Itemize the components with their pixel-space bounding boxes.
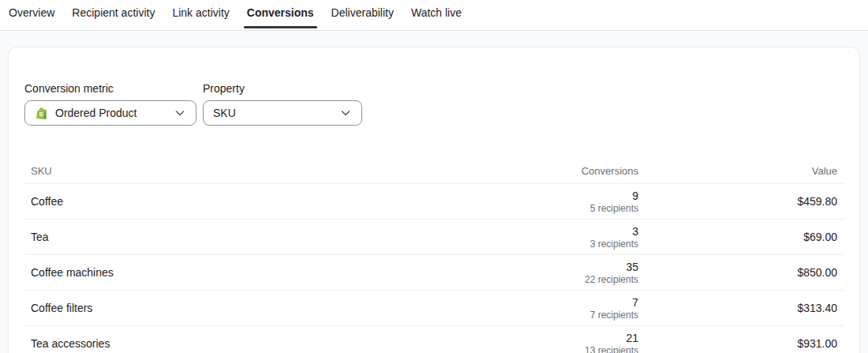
recipients-count: 13 recipients — [533, 345, 638, 353]
property-label: Property — [203, 83, 362, 95]
value-cell: $850.00 — [645, 255, 844, 291]
recipients-count: 22 recipients — [533, 274, 638, 285]
conversions-card: Conversion metric S Ordered Product — [8, 47, 860, 353]
conversions-count: 7 — [533, 296, 638, 309]
content-area: Conversion metric S Ordered Product — [0, 31, 868, 353]
tab-recipient-activity[interactable]: Recipient activity — [71, 0, 155, 30]
table-row: Coffee 9 5 recipients $459.80 — [24, 184, 844, 220]
recipients-count: 5 recipients — [533, 203, 638, 214]
conversion-metric-label: Conversion metric — [24, 83, 196, 95]
conversion-metric-select[interactable]: S Ordered Product — [24, 100, 196, 126]
conversion-metric-filter: Conversion metric S Ordered Product — [24, 83, 196, 126]
sku-cell: Coffee filters — [24, 291, 526, 326]
recipients-count: 3 recipients — [533, 238, 638, 250]
tab-watch-live[interactable]: Watch live — [410, 0, 462, 30]
conversions-table: SKU Conversions Value Coffee 9 5 recipie… — [24, 157, 844, 353]
chevron-down-icon — [174, 107, 186, 119]
conversions-count: 3 — [533, 225, 638, 238]
conversions-count: 9 — [533, 190, 638, 202]
tab-link-activity[interactable]: Link activity — [171, 0, 230, 30]
value-cell: $931.00 — [645, 326, 844, 353]
value-cell: $313.40 — [645, 291, 844, 326]
tab-label: Overview — [9, 6, 54, 19]
tab-label: Recipient activity — [72, 6, 155, 19]
column-header-sku: SKU — [24, 157, 526, 184]
conversions-cell: 9 5 recipients — [526, 184, 645, 220]
svg-text:S: S — [39, 110, 43, 117]
column-header-conversions: Conversions — [526, 157, 645, 184]
property-filter: Property SKU — [203, 83, 362, 126]
table-row: Coffee filters 7 7 recipients $313.40 — [24, 291, 844, 326]
conversions-count: 21 — [533, 332, 638, 344]
conversion-metric-value: Ordered Product — [55, 107, 166, 119]
column-header-value: Value — [645, 157, 844, 184]
chevron-down-icon — [339, 107, 352, 119]
table-header-row: SKU Conversions Value — [24, 157, 844, 184]
conversions-cell: 21 13 recipients — [526, 326, 645, 353]
conversions-cell: 35 22 recipients — [526, 255, 645, 291]
value-cell: $459.80 — [645, 184, 844, 220]
sku-cell: Coffee machines — [24, 255, 526, 291]
conversions-cell: 3 3 recipients — [526, 220, 645, 255]
table-row: Tea 3 3 recipients $69.00 — [24, 220, 844, 255]
sku-cell: Tea — [24, 220, 526, 255]
tab-label: Deliverability — [331, 6, 394, 19]
value-cell: $69.00 — [645, 220, 844, 255]
table-row: Coffee machines 35 22 recipients $850.00 — [24, 255, 844, 291]
tab-label: Conversions — [247, 6, 314, 19]
filters-row: Conversion metric S Ordered Product — [9, 83, 859, 126]
tab-bar: Overview Recipient activity Link activit… — [0, 0, 868, 31]
tab-deliverability[interactable]: Deliverability — [331, 0, 395, 30]
recipients-count: 7 recipients — [533, 310, 638, 321]
conversions-count: 35 — [533, 261, 638, 273]
tab-overview[interactable]: Overview — [8, 0, 55, 30]
shopify-bag-icon: S — [35, 107, 48, 120]
conversions-cell: 7 7 recipients — [526, 291, 645, 326]
table-row: Tea accessories 21 13 recipients $931.00 — [24, 326, 844, 353]
property-value: SKU — [213, 107, 331, 119]
property-select[interactable]: SKU — [203, 100, 362, 126]
tab-label: Link activity — [172, 6, 229, 19]
sku-cell: Tea accessories — [24, 326, 526, 353]
sku-cell: Coffee — [24, 184, 526, 220]
tab-conversions[interactable]: Conversions — [246, 0, 315, 30]
tab-label: Watch live — [411, 6, 462, 19]
